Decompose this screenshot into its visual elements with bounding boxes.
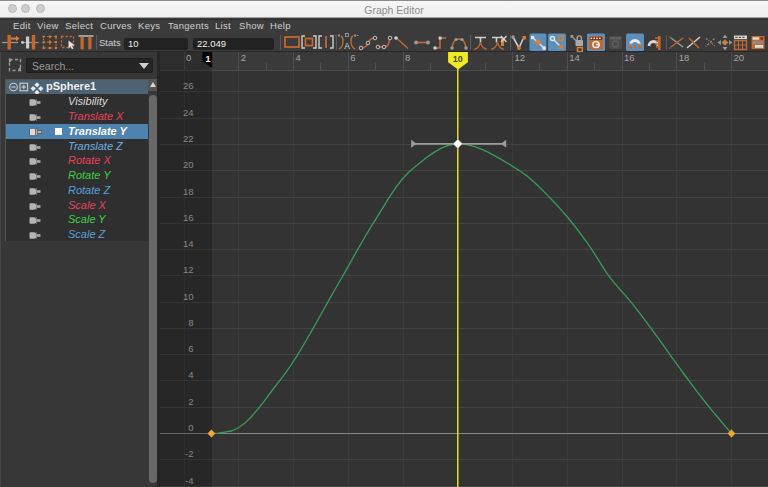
svg-text:14: 14 (183, 238, 194, 249)
svg-text:16: 16 (624, 52, 635, 63)
svg-text:1: 1 (205, 54, 210, 64)
svg-text:4: 4 (188, 369, 193, 380)
svg-text:6: 6 (188, 343, 193, 354)
svg-text:16: 16 (183, 212, 194, 223)
svg-text:8: 8 (188, 317, 193, 328)
svg-text:12: 12 (515, 52, 526, 63)
svg-text:24: 24 (183, 107, 194, 118)
svg-text:-4: -4 (185, 475, 193, 486)
svg-text:0: 0 (188, 422, 193, 433)
svg-text:8: 8 (405, 52, 410, 63)
svg-text:18: 18 (183, 186, 194, 197)
svg-text:10: 10 (183, 291, 194, 302)
svg-text:6: 6 (350, 52, 355, 63)
svg-text:22: 22 (183, 133, 194, 144)
svg-text:2: 2 (241, 52, 246, 63)
svg-text:4: 4 (296, 52, 301, 63)
svg-text:14: 14 (569, 52, 580, 63)
svg-text:18: 18 (679, 52, 690, 63)
svg-text:2: 2 (188, 396, 193, 407)
svg-text:10: 10 (453, 54, 463, 64)
svg-text:20: 20 (734, 52, 745, 63)
svg-text:0: 0 (186, 52, 191, 63)
svg-text:26: 26 (183, 80, 194, 91)
svg-text:-2: -2 (185, 448, 193, 459)
svg-text:12: 12 (183, 264, 194, 275)
svg-text:20: 20 (183, 159, 194, 170)
svg-text:A: A (344, 41, 350, 51)
